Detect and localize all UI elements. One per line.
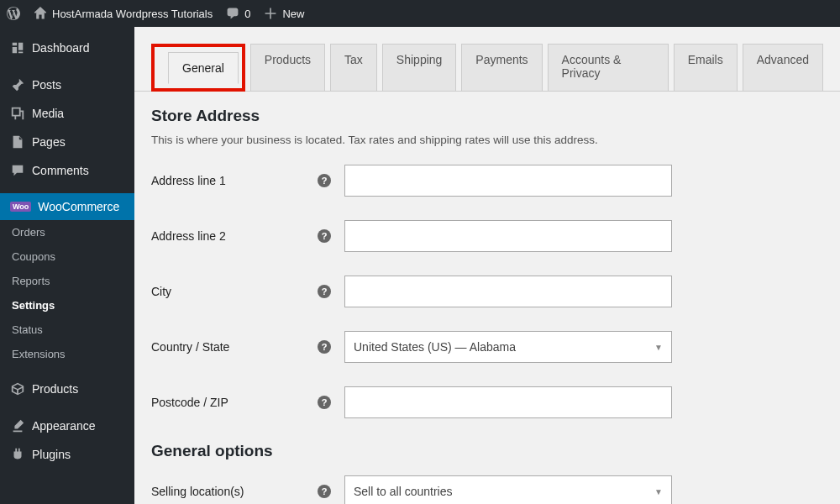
postcode-input[interactable]: [344, 386, 672, 418]
sidebar-sub-settings[interactable]: Settings: [0, 293, 134, 318]
page-icon: [10, 134, 25, 150]
store-address-heading: Store Address: [151, 107, 823, 125]
tab-products[interactable]: Products: [250, 44, 325, 91]
sidebar-item-posts[interactable]: Posts: [0, 71, 134, 99]
help-icon[interactable]: ?: [318, 229, 331, 243]
sidebar-item-label: Posts: [32, 78, 61, 92]
admin-sidebar: Dashboard Posts Media Pages Comments Woo…: [0, 27, 134, 504]
country-value: United States (US) — Alabama: [354, 340, 516, 354]
sidebar-item-woocommerce[interactable]: Woo WooCommerce: [0, 193, 134, 220]
site-link[interactable]: HostArmada Wordpress Tutorials: [34, 7, 213, 20]
general-options-heading: General options: [151, 442, 823, 460]
chevron-down-icon: ▼: [654, 343, 663, 352]
help-icon[interactable]: ?: [318, 174, 331, 187]
sidebar-sub-reports[interactable]: Reports: [0, 269, 134, 293]
city-input[interactable]: [344, 276, 672, 307]
help-icon[interactable]: ?: [318, 340, 331, 354]
sidebar-item-products[interactable]: Products: [0, 375, 134, 403]
address1-input[interactable]: [344, 165, 672, 197]
sidebar-item-label: Plugins: [32, 448, 71, 461]
sidebar-item-dashboard[interactable]: Dashboard: [0, 34, 134, 62]
sidebar-item-media[interactable]: Media: [0, 99, 134, 128]
selling-locations-value: Sell to all countries: [354, 485, 453, 498]
postcode-label: Postcode / ZIP: [151, 396, 228, 409]
tab-general-highlight: General: [151, 44, 245, 92]
sidebar-item-pages[interactable]: Pages: [0, 128, 134, 156]
sidebar-item-label: Pages: [32, 135, 66, 149]
sidebar-item-label: WooCommerce: [38, 200, 119, 213]
comment-icon: [226, 7, 239, 20]
comments-count: 0: [244, 8, 250, 20]
admin-toolbar: HostArmada Wordpress Tutorials 0 New: [0, 0, 840, 27]
sidebar-sub-status[interactable]: Status: [0, 318, 134, 342]
city-label: City: [151, 285, 171, 298]
wordpress-icon: [7, 7, 20, 20]
tab-emails[interactable]: Emails: [674, 44, 738, 91]
address2-input[interactable]: [344, 220, 672, 252]
products-icon: [10, 381, 25, 396]
site-title: HostArmada Wordpress Tutorials: [52, 8, 213, 20]
comments-link[interactable]: 0: [226, 7, 250, 20]
content-area: General Products Tax Shipping Payments A…: [134, 27, 840, 504]
tab-payments[interactable]: Payments: [461, 44, 542, 91]
sidebar-item-label: Appearance: [32, 419, 96, 433]
tab-accounts[interactable]: Accounts & Privacy: [548, 44, 669, 91]
sidebar-item-plugins[interactable]: Plugins: [0, 440, 134, 469]
chevron-down-icon: ▼: [654, 487, 663, 496]
sidebar-item-label: Comments: [32, 164, 89, 177]
sidebar-item-label: Media: [32, 107, 64, 120]
sidebar-item-comments[interactable]: Comments: [0, 156, 134, 185]
tab-tax[interactable]: Tax: [330, 44, 377, 91]
pin-icon: [10, 77, 25, 92]
address1-label: Address line 1: [151, 174, 226, 187]
brush-icon: [10, 418, 25, 433]
new-label: New: [282, 8, 304, 20]
home-icon: [34, 7, 47, 20]
sidebar-sub-extensions[interactable]: Extensions: [0, 342, 134, 366]
new-content-link[interactable]: New: [264, 7, 304, 20]
address2-label: Address line 2: [151, 229, 226, 243]
sidebar-item-appearance[interactable]: Appearance: [0, 412, 134, 440]
plus-icon: [264, 7, 277, 20]
help-icon[interactable]: ?: [318, 285, 331, 298]
sidebar-item-label: Products: [32, 382, 78, 396]
wp-logo[interactable]: [7, 7, 20, 20]
sidebar-sub-orders[interactable]: Orders: [0, 220, 134, 244]
woocommerce-icon: Woo: [10, 202, 31, 212]
help-icon[interactable]: ?: [318, 396, 331, 409]
dashboard-icon: [10, 40, 25, 55]
country-select[interactable]: United States (US) — Alabama ▼: [344, 331, 672, 363]
plugin-icon: [10, 447, 25, 462]
selling-locations-label: Selling location(s): [151, 485, 244, 498]
tab-shipping[interactable]: Shipping: [382, 44, 457, 91]
tab-advanced[interactable]: Advanced: [743, 44, 823, 91]
selling-locations-select[interactable]: Sell to all countries ▼: [344, 475, 672, 504]
country-label: Country / State: [151, 340, 229, 354]
tab-general[interactable]: General: [168, 52, 239, 84]
media-icon: [10, 106, 25, 121]
sidebar-sub-coupons[interactable]: Coupons: [0, 244, 134, 269]
help-icon[interactable]: ?: [318, 485, 331, 498]
comment-icon: [10, 163, 25, 178]
store-address-desc: This is where your business is located. …: [151, 134, 823, 146]
settings-tabs: General Products Tax Shipping Payments A…: [134, 27, 840, 92]
sidebar-item-label: Dashboard: [32, 41, 90, 55]
